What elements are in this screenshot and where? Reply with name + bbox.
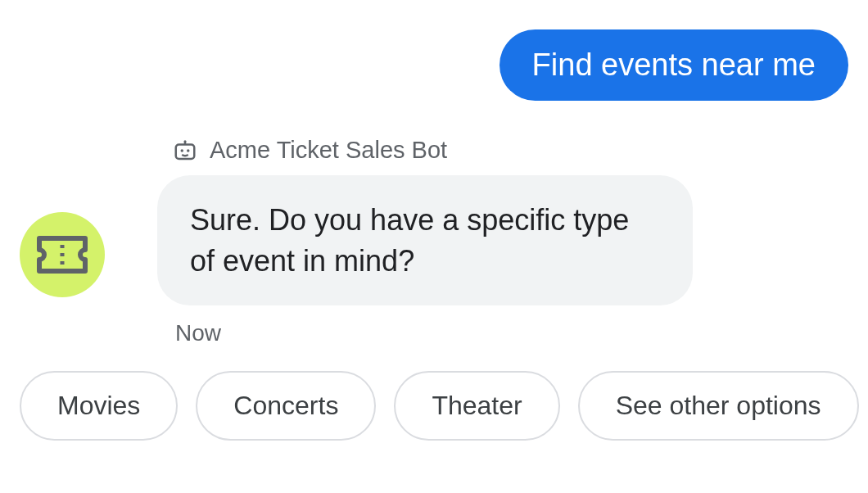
bot-face-icon <box>172 138 198 164</box>
bot-message-text: Sure. Do you have a specific type of eve… <box>190 203 629 278</box>
svg-point-6 <box>181 149 184 152</box>
svg-point-5 <box>184 140 187 142</box>
chip-label: See other options <box>616 391 821 420</box>
bot-header: Acme Ticket Sales Bot <box>157 137 730 164</box>
chip-label: Movies <box>57 391 140 420</box>
user-message-bubble[interactable]: Find events near me <box>500 29 848 101</box>
user-message-row: Find events near me <box>20 29 868 101</box>
avatar-column <box>20 137 157 297</box>
chat-conversation: Find events near me <box>0 0 868 346</box>
bot-content-column: Acme Ticket Sales Bot Sure. Do you have … <box>157 137 730 346</box>
chip-theater[interactable]: Theater <box>394 371 559 441</box>
chip-concerts[interactable]: Concerts <box>196 371 376 441</box>
chip-label: Concerts <box>233 391 338 420</box>
ticket-icon <box>36 235 88 274</box>
chip-label: Theater <box>432 391 522 420</box>
svg-point-7 <box>187 149 190 152</box>
bot-message-row: Acme Ticket Sales Bot Sure. Do you have … <box>20 137 868 346</box>
user-message-text: Find events near me <box>532 47 816 82</box>
bot-name-label: Acme Ticket Sales Bot <box>210 137 447 164</box>
chip-see-other-options[interactable]: See other options <box>578 371 859 441</box>
chip-movies[interactable]: Movies <box>20 371 178 441</box>
message-timestamp: Now <box>157 320 730 346</box>
bot-message-bubble[interactable]: Sure. Do you have a specific type of eve… <box>157 175 693 305</box>
bot-avatar <box>20 212 105 297</box>
quick-reply-chips: Movies Concerts Theater See other option… <box>0 346 868 441</box>
